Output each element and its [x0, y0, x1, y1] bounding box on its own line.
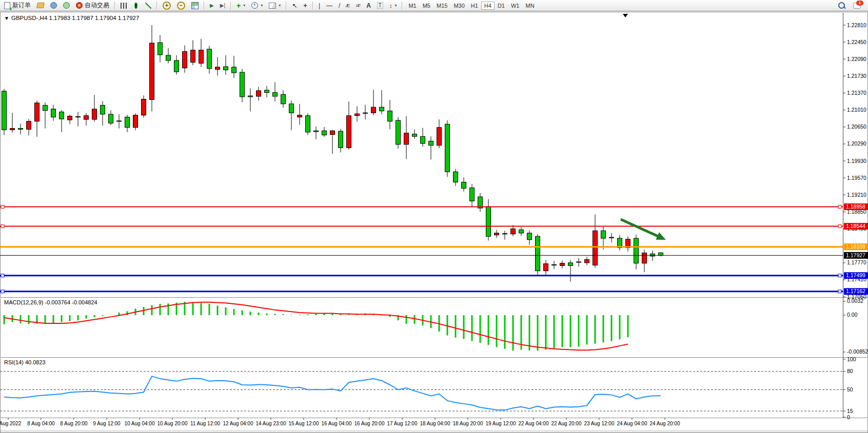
- timeframe-m30[interactable]: M30: [450, 2, 467, 10]
- candle-body: [265, 90, 269, 93]
- price-tick-label: 1.20290: [847, 140, 866, 147]
- candle-body: [133, 115, 138, 128]
- channel-icon: ∕∕E: [346, 3, 349, 8]
- cursor-icon: ↖: [292, 2, 297, 9]
- line-chart-button[interactable]: [143, 1, 154, 10]
- trendline-tool-button[interactable]: /: [336, 1, 343, 10]
- candle-body: [412, 134, 417, 137]
- channel-tool-button[interactable]: ∕∕E: [344, 1, 352, 10]
- text-tool-button[interactable]: A: [364, 1, 373, 10]
- toolbar-separator: [114, 2, 115, 10]
- cursor-tool-button[interactable]: ↖: [289, 1, 300, 10]
- candle-body: [117, 121, 122, 121]
- periods-button[interactable]: ▾: [249, 1, 265, 10]
- tile-windows-button[interactable]: [189, 1, 201, 10]
- candle-body: [642, 253, 647, 263]
- candle-body: [511, 229, 516, 234]
- macd-tick-label: 0.0032: [847, 298, 863, 304]
- candle-body: [232, 67, 236, 73]
- line-handle[interactable]: [838, 274, 841, 277]
- profile-button[interactable]: [48, 1, 60, 10]
- price-badge-label: 1.18544: [846, 223, 865, 229]
- autotrading-button[interactable]: 自动交易: [73, 1, 112, 10]
- price-tick-label: 1.19210: [847, 192, 866, 198]
- price-tick-label: 1.21730: [847, 73, 866, 79]
- text-icon: A: [366, 2, 371, 9]
- signals-button[interactable]: [61, 1, 72, 10]
- fibonacci-tool-button[interactable]: ≡F: [353, 1, 363, 10]
- search-button[interactable]: [836, 1, 847, 10]
- new-order-button[interactable]: 新订单: [2, 1, 33, 10]
- line-handle[interactable]: [838, 225, 841, 228]
- signal-icon: [63, 2, 70, 9]
- line-handle[interactable]: [838, 205, 841, 208]
- candle-body: [527, 233, 532, 240]
- notifications-button[interactable]: 1: [851, 1, 863, 10]
- zoom-in-button[interactable]: +: [160, 1, 173, 10]
- price-badge-label: 1.17927: [846, 252, 865, 258]
- arrows-icon: ↕: [389, 3, 392, 9]
- price-tick-label: 1.20650: [847, 123, 866, 130]
- candle-body: [298, 115, 302, 117]
- time-tick-label: 18 Aug 04:00: [420, 421, 450, 426]
- line-handle[interactable]: [1, 225, 4, 228]
- candle-body: [191, 50, 195, 63]
- price-badge-label: 1.18958: [846, 203, 865, 210]
- rsi-tick-label: 100: [847, 356, 856, 362]
- arrows-tool-button[interactable]: ↕▾: [387, 1, 400, 10]
- chart-colors-button[interactable]: [34, 1, 47, 10]
- timeframe-d1[interactable]: D1: [495, 2, 508, 10]
- chevron-down-icon: ▾: [261, 3, 263, 8]
- crosshair-tool-button[interactable]: +: [301, 1, 310, 10]
- zoom-out-button[interactable]: −: [174, 1, 188, 10]
- time-tick-label: 22 Aug 20:00: [551, 421, 582, 426]
- text-label-icon: T: [377, 2, 383, 9]
- chat-bubble-icon: 1: [853, 3, 861, 9]
- price-tick-label: 1.19570: [847, 175, 866, 181]
- candle-body: [27, 121, 31, 130]
- vertical-line-tool-button[interactable]: |: [316, 1, 323, 10]
- time-tick-label: 14 Aug 23:00: [256, 421, 286, 426]
- status-strip: [1, 430, 867, 432]
- toolbar-separator: [156, 2, 157, 10]
- candle-body: [109, 114, 113, 123]
- candle-body: [224, 67, 228, 70]
- timeframe-w1[interactable]: W1: [508, 2, 523, 10]
- candle-body: [207, 49, 212, 69]
- candle-body: [10, 129, 15, 130]
- timeframe-h4[interactable]: H4: [481, 2, 495, 10]
- timeframe-h1[interactable]: H1: [468, 2, 481, 10]
- vertical-line-icon: |: [319, 2, 320, 9]
- candle-body: [215, 67, 220, 70]
- line-handle[interactable]: [838, 290, 841, 293]
- candle-body: [503, 234, 507, 234]
- candlestick-chart-button[interactable]: [130, 1, 142, 10]
- timeframe-mn[interactable]: MN: [522, 2, 537, 10]
- timeframe-m5[interactable]: M5: [420, 2, 433, 10]
- symbol-dropdown-icon[interactable]: ▼: [4, 15, 9, 21]
- templates-button[interactable]: ▾: [266, 1, 283, 10]
- indicators-button[interactable]: +▾: [234, 1, 248, 10]
- chart-shift-button[interactable]: ▶|: [218, 1, 228, 10]
- horizontal-line-tool-button[interactable]: —: [324, 1, 335, 10]
- line-handle[interactable]: [1, 205, 4, 208]
- price-badge-label: 1.17499: [846, 272, 865, 278]
- candle-body: [421, 136, 425, 143]
- candle-body: [634, 238, 639, 263]
- macd-label: MACD(12,26,9) -0.003764 -0.004824: [4, 299, 97, 305]
- line-handle[interactable]: [1, 274, 4, 277]
- bar-chart-button[interactable]: [118, 1, 129, 10]
- line-handle[interactable]: [1, 290, 4, 293]
- time-tick-label: 22 Aug 04:00: [519, 421, 549, 426]
- toolbar-separator: [312, 2, 313, 10]
- label-tool-button[interactable]: T: [374, 1, 386, 10]
- price-tick-label: 1.22090: [847, 56, 866, 62]
- candle-body: [388, 111, 392, 121]
- auto-scroll-button[interactable]: ▶: [207, 1, 216, 10]
- time-tick-label: 16 Aug 20:00: [354, 421, 385, 426]
- mt4-terminal: { "toolbar": { "new_order": "新订单", "auto…: [0, 0, 868, 433]
- timeframe-m1[interactable]: M1: [405, 2, 419, 10]
- chart-canvas[interactable]: 1.228101.224501.220901.217301.213701.210…: [0, 0, 868, 433]
- timeframe-m15[interactable]: M15: [433, 2, 450, 10]
- candle-body: [437, 128, 442, 146]
